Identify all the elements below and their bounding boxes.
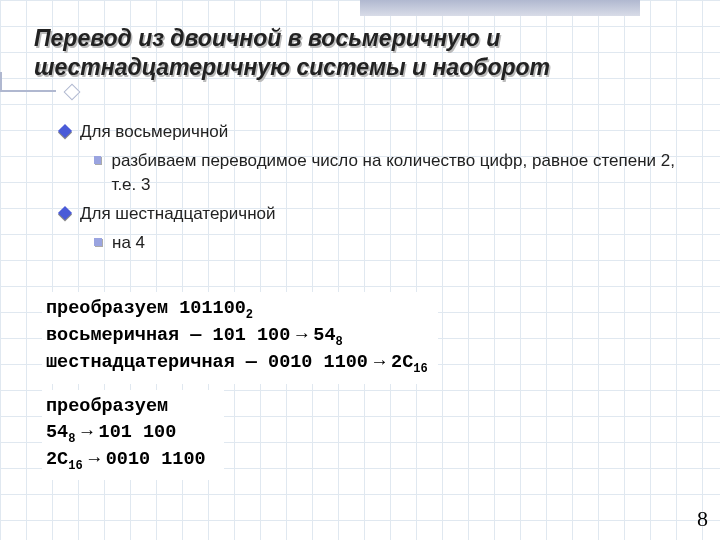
text: 101 100 [99, 422, 177, 443]
arrow-icon: → [89, 447, 100, 473]
bullet-hex: Для шестнадцатеричной [60, 202, 680, 227]
subbullet-text: на 4 [112, 231, 145, 256]
text: 0010 1100 [106, 449, 206, 470]
corner-ornament [0, 90, 56, 92]
subbullet-hex: на 4 [94, 231, 680, 256]
example-line: 548→101 100 [46, 420, 206, 447]
text: 54 [46, 422, 68, 443]
text: 2C [46, 449, 68, 470]
diamond-icon [58, 206, 72, 220]
square-icon [94, 156, 101, 164]
slide-title: Перевод из двоичной в восьмеричную и шес… [34, 24, 686, 82]
example-line: преобразуем [46, 394, 206, 420]
bullet-text: Для шестнадцатеричной [80, 202, 276, 227]
example-line: преобразуем 1011002 [46, 296, 428, 323]
text: преобразуем 101100 [46, 298, 246, 319]
example-line: шестнадцатеричная — 0010 1100→2C16 [46, 350, 428, 377]
text: восьмеричная — 101 100 [46, 325, 290, 346]
example-line: восьмеричная — 101 100→548 [46, 323, 428, 350]
subscript: 16 [413, 362, 427, 376]
text: шестнадцатеричная — 0010 1100 [46, 352, 368, 373]
example-line: 2C16→0010 1100 [46, 447, 206, 474]
bullet-text: Для восьмеричной [80, 120, 228, 145]
square-icon [94, 238, 102, 246]
example-forward: преобразуем 1011002 восьмеричная — 101 1… [42, 292, 438, 384]
subbullet-text: разбиваем переводимое число на количеств… [111, 149, 680, 198]
arrow-icon: → [296, 323, 307, 349]
diamond-icon [58, 124, 72, 138]
subscript: 8 [68, 431, 75, 445]
text: 2C [391, 352, 413, 373]
arrow-icon: → [374, 350, 385, 376]
subscript: 2 [246, 308, 253, 322]
subbullet-octal: разбиваем переводимое число на количеств… [94, 149, 680, 198]
subscript: 8 [336, 335, 343, 349]
page-number: 8 [697, 506, 708, 532]
subscript: 16 [68, 458, 82, 472]
bullet-octal: Для восьмеричной [60, 120, 680, 145]
arrow-icon: → [81, 420, 92, 446]
body-content: Для восьмеричной разбиваем переводимое ч… [60, 118, 680, 259]
example-reverse: преобразуем 548→101 100 2C16→0010 1100 [42, 390, 224, 480]
text: 54 [313, 325, 335, 346]
top-stripe [360, 0, 640, 16]
